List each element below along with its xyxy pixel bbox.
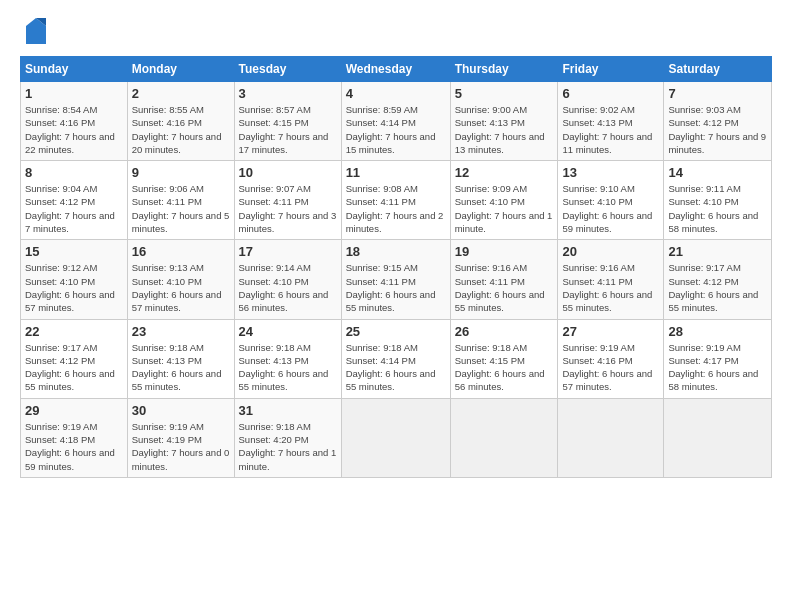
day-number: 14 <box>668 165 767 180</box>
day-number: 4 <box>346 86 446 101</box>
day-number: 28 <box>668 324 767 339</box>
day-number: 25 <box>346 324 446 339</box>
calendar-cell: 12 Sunrise: 9:09 AM Sunset: 4:10 PM Dayl… <box>450 161 558 240</box>
day-number: 7 <box>668 86 767 101</box>
day-number: 18 <box>346 244 446 259</box>
day-number: 31 <box>239 403 337 418</box>
calendar-cell: 27 Sunrise: 9:19 AM Sunset: 4:16 PM Dayl… <box>558 319 664 398</box>
calendar-cell: 7 Sunrise: 9:03 AM Sunset: 4:12 PM Dayli… <box>664 82 772 161</box>
day-info: Sunrise: 8:57 AM Sunset: 4:15 PM Dayligh… <box>239 103 337 156</box>
day-info: Sunrise: 8:59 AM Sunset: 4:14 PM Dayligh… <box>346 103 446 156</box>
calendar-cell: 17 Sunrise: 9:14 AM Sunset: 4:10 PM Dayl… <box>234 240 341 319</box>
calendar-cell: 22 Sunrise: 9:17 AM Sunset: 4:12 PM Dayl… <box>21 319 128 398</box>
day-info: Sunrise: 9:07 AM Sunset: 4:11 PM Dayligh… <box>239 182 337 235</box>
day-number: 24 <box>239 324 337 339</box>
day-info: Sunrise: 9:19 AM Sunset: 4:19 PM Dayligh… <box>132 420 230 473</box>
day-info: Sunrise: 9:19 AM Sunset: 4:18 PM Dayligh… <box>25 420 123 473</box>
calendar-cell <box>558 398 664 477</box>
day-number: 19 <box>455 244 554 259</box>
day-number: 29 <box>25 403 123 418</box>
calendar-cell: 30 Sunrise: 9:19 AM Sunset: 4:19 PM Dayl… <box>127 398 234 477</box>
day-number: 3 <box>239 86 337 101</box>
calendar-cell: 14 Sunrise: 9:11 AM Sunset: 4:10 PM Dayl… <box>664 161 772 240</box>
calendar-cell: 13 Sunrise: 9:10 AM Sunset: 4:10 PM Dayl… <box>558 161 664 240</box>
calendar-cell: 16 Sunrise: 9:13 AM Sunset: 4:10 PM Dayl… <box>127 240 234 319</box>
calendar-cell: 18 Sunrise: 9:15 AM Sunset: 4:11 PM Dayl… <box>341 240 450 319</box>
calendar-table: SundayMondayTuesdayWednesdayThursdayFrid… <box>20 56 772 478</box>
day-header-thursday: Thursday <box>450 57 558 82</box>
day-number: 15 <box>25 244 123 259</box>
day-info: Sunrise: 9:15 AM Sunset: 4:11 PM Dayligh… <box>346 261 446 314</box>
day-number: 22 <box>25 324 123 339</box>
day-header-sunday: Sunday <box>21 57 128 82</box>
day-number: 5 <box>455 86 554 101</box>
day-info: Sunrise: 9:14 AM Sunset: 4:10 PM Dayligh… <box>239 261 337 314</box>
day-header-friday: Friday <box>558 57 664 82</box>
calendar-cell <box>341 398 450 477</box>
calendar-cell: 1 Sunrise: 8:54 AM Sunset: 4:16 PM Dayli… <box>21 82 128 161</box>
day-info: Sunrise: 9:12 AM Sunset: 4:10 PM Dayligh… <box>25 261 123 314</box>
day-number: 21 <box>668 244 767 259</box>
calendar-cell: 5 Sunrise: 9:00 AM Sunset: 4:13 PM Dayli… <box>450 82 558 161</box>
day-info: Sunrise: 9:10 AM Sunset: 4:10 PM Dayligh… <box>562 182 659 235</box>
day-number: 9 <box>132 165 230 180</box>
day-number: 2 <box>132 86 230 101</box>
day-info: Sunrise: 9:18 AM Sunset: 4:20 PM Dayligh… <box>239 420 337 473</box>
calendar-cell: 6 Sunrise: 9:02 AM Sunset: 4:13 PM Dayli… <box>558 82 664 161</box>
day-info: Sunrise: 9:03 AM Sunset: 4:12 PM Dayligh… <box>668 103 767 156</box>
day-info: Sunrise: 9:18 AM Sunset: 4:13 PM Dayligh… <box>239 341 337 394</box>
calendar-cell: 8 Sunrise: 9:04 AM Sunset: 4:12 PM Dayli… <box>21 161 128 240</box>
calendar-cell: 3 Sunrise: 8:57 AM Sunset: 4:15 PM Dayli… <box>234 82 341 161</box>
day-number: 17 <box>239 244 337 259</box>
calendar-week-row: 8 Sunrise: 9:04 AM Sunset: 4:12 PM Dayli… <box>21 161 772 240</box>
calendar-cell: 15 Sunrise: 9:12 AM Sunset: 4:10 PM Dayl… <box>21 240 128 319</box>
calendar-cell: 25 Sunrise: 9:18 AM Sunset: 4:14 PM Dayl… <box>341 319 450 398</box>
day-info: Sunrise: 9:04 AM Sunset: 4:12 PM Dayligh… <box>25 182 123 235</box>
day-info: Sunrise: 9:19 AM Sunset: 4:16 PM Dayligh… <box>562 341 659 394</box>
day-info: Sunrise: 9:16 AM Sunset: 4:11 PM Dayligh… <box>562 261 659 314</box>
calendar-cell: 21 Sunrise: 9:17 AM Sunset: 4:12 PM Dayl… <box>664 240 772 319</box>
day-info: Sunrise: 9:02 AM Sunset: 4:13 PM Dayligh… <box>562 103 659 156</box>
day-number: 10 <box>239 165 337 180</box>
main-container: SundayMondayTuesdayWednesdayThursdayFrid… <box>0 0 792 488</box>
day-info: Sunrise: 9:18 AM Sunset: 4:15 PM Dayligh… <box>455 341 554 394</box>
header-row <box>20 16 772 46</box>
day-number: 27 <box>562 324 659 339</box>
day-number: 30 <box>132 403 230 418</box>
day-info: Sunrise: 8:54 AM Sunset: 4:16 PM Dayligh… <box>25 103 123 156</box>
day-number: 8 <box>25 165 123 180</box>
calendar-cell: 19 Sunrise: 9:16 AM Sunset: 4:11 PM Dayl… <box>450 240 558 319</box>
calendar-cell: 31 Sunrise: 9:18 AM Sunset: 4:20 PM Dayl… <box>234 398 341 477</box>
day-header-tuesday: Tuesday <box>234 57 341 82</box>
calendar-week-row: 15 Sunrise: 9:12 AM Sunset: 4:10 PM Dayl… <box>21 240 772 319</box>
calendar-header-row: SundayMondayTuesdayWednesdayThursdayFrid… <box>21 57 772 82</box>
day-info: Sunrise: 8:55 AM Sunset: 4:16 PM Dayligh… <box>132 103 230 156</box>
day-info: Sunrise: 9:13 AM Sunset: 4:10 PM Dayligh… <box>132 261 230 314</box>
calendar-week-row: 1 Sunrise: 8:54 AM Sunset: 4:16 PM Dayli… <box>21 82 772 161</box>
day-info: Sunrise: 9:09 AM Sunset: 4:10 PM Dayligh… <box>455 182 554 235</box>
day-number: 26 <box>455 324 554 339</box>
day-header-monday: Monday <box>127 57 234 82</box>
calendar-cell: 24 Sunrise: 9:18 AM Sunset: 4:13 PM Dayl… <box>234 319 341 398</box>
calendar-cell: 28 Sunrise: 9:19 AM Sunset: 4:17 PM Dayl… <box>664 319 772 398</box>
calendar-week-row: 29 Sunrise: 9:19 AM Sunset: 4:18 PM Dayl… <box>21 398 772 477</box>
day-number: 20 <box>562 244 659 259</box>
day-number: 11 <box>346 165 446 180</box>
day-info: Sunrise: 9:17 AM Sunset: 4:12 PM Dayligh… <box>25 341 123 394</box>
day-info: Sunrise: 9:00 AM Sunset: 4:13 PM Dayligh… <box>455 103 554 156</box>
calendar-cell <box>450 398 558 477</box>
day-info: Sunrise: 9:18 AM Sunset: 4:14 PM Dayligh… <box>346 341 446 394</box>
calendar-cell: 20 Sunrise: 9:16 AM Sunset: 4:11 PM Dayl… <box>558 240 664 319</box>
calendar-cell: 2 Sunrise: 8:55 AM Sunset: 4:16 PM Dayli… <box>127 82 234 161</box>
calendar-cell: 29 Sunrise: 9:19 AM Sunset: 4:18 PM Dayl… <box>21 398 128 477</box>
day-info: Sunrise: 9:17 AM Sunset: 4:12 PM Dayligh… <box>668 261 767 314</box>
day-number: 12 <box>455 165 554 180</box>
day-header-saturday: Saturday <box>664 57 772 82</box>
calendar-cell: 23 Sunrise: 9:18 AM Sunset: 4:13 PM Dayl… <box>127 319 234 398</box>
day-info: Sunrise: 9:19 AM Sunset: 4:17 PM Dayligh… <box>668 341 767 394</box>
calendar-cell: 26 Sunrise: 9:18 AM Sunset: 4:15 PM Dayl… <box>450 319 558 398</box>
day-info: Sunrise: 9:16 AM Sunset: 4:11 PM Dayligh… <box>455 261 554 314</box>
logo-icon <box>22 16 46 46</box>
day-number: 1 <box>25 86 123 101</box>
day-number: 23 <box>132 324 230 339</box>
